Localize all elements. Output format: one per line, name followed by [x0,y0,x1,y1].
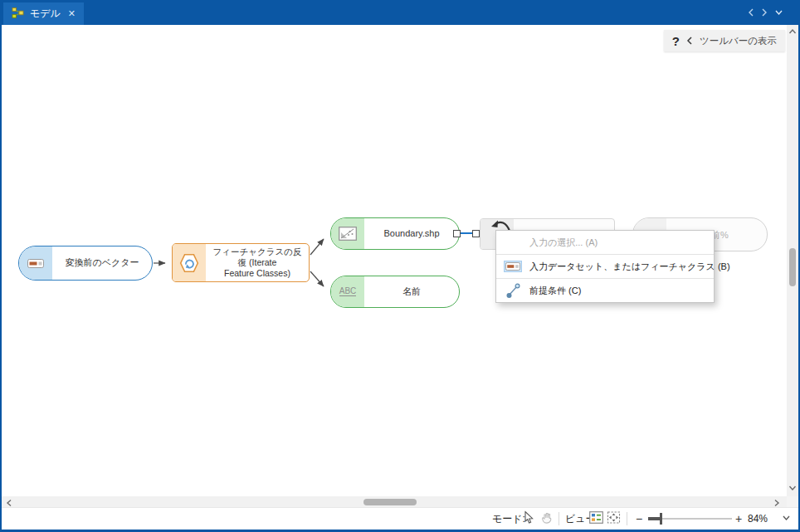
expand-toolbar-icon[interactable] [686,36,693,46]
dataset-icon [504,261,522,272]
status-bar: モード: ビュー: [2,507,798,530]
scroll-down-icon[interactable] [788,485,797,491]
fit-view-button[interactable] [607,511,621,527]
iterator-icon [173,244,206,281]
diagram-view-icon [589,511,603,524]
scroll-up-icon[interactable] [788,28,797,35]
zoom-slider-handle[interactable] [660,513,662,525]
chevron-left-icon[interactable] [748,7,754,17]
close-icon[interactable]: ✕ [68,8,76,19]
mode-label: モード: [492,512,525,526]
menu-item-precondition[interactable]: 前提条件 (C) [496,279,714,302]
chevron-down-icon[interactable] [774,7,783,17]
horizontal-scrollbar[interactable] [2,496,787,508]
node-label: Boundary.shp [364,218,459,249]
divider [627,512,627,525]
scrollbar-corner [787,496,798,508]
divider [559,512,559,525]
node-label: 名前 [364,276,459,307]
menu-item-input-dataset[interactable]: 入力データセット、またはフィーチャクラス (B) [496,255,714,278]
node-label: 変換前のベクター [52,246,152,280]
modelbuilder-icon [12,7,24,22]
node-boundary-output[interactable]: Boundary.shp [330,217,460,250]
scroll-left-icon[interactable] [6,499,12,507]
connection-handle[interactable] [472,230,480,237]
zoom-out-button[interactable]: − [636,512,642,525]
view-tab-strip: モデル ✕ [0,0,800,25]
modelbuilder-window: モデル ✕ ? ツールバーの表示 [0,0,800,532]
tab-label: モデル [30,7,61,21]
tab-strip-nav [748,7,783,17]
context-menu: 入力の選択... (A) 入力データセット、またはフィーチャクラス (B) [495,230,715,303]
node-input-variable[interactable]: 変換前のベクター [18,246,153,281]
abc-icon: ABC [331,276,364,307]
zoom-level[interactable]: 84% [748,513,768,525]
pan-mode-button[interactable] [540,511,554,527]
h-scroll-thumb[interactable] [363,499,417,505]
node-name-variable[interactable]: ABC 名前 [330,276,460,308]
help-button[interactable]: ? [672,34,680,48]
node-label: フィーチャクラスの反復 (Iterate Feature Classes) [206,244,309,281]
node-iterator[interactable]: フィーチャクラスの反復 (Iterate Feature Classes) [172,243,310,282]
toolbar-popup: ? ツールバーの表示 [664,30,785,51]
variable-icon [19,246,52,280]
window-border [0,0,2,532]
select-mode-button[interactable] [524,511,534,527]
precondition-icon [504,282,522,299]
hand-icon [540,511,554,525]
status-chevron-icon[interactable] [782,513,791,525]
fit-view-icon [607,511,621,525]
tab-model[interactable]: モデル ✕ [3,2,84,25]
diagram-view-button[interactable] [589,511,603,526]
menu-item-select-input[interactable]: 入力の選択... (A) [496,231,714,254]
toolbar-popup-label: ツールバーの表示 [700,35,777,47]
scroll-right-icon[interactable] [773,499,780,507]
connection-handle[interactable] [453,230,461,237]
cursor-icon [524,511,534,525]
v-scroll-thumb[interactable] [789,248,796,286]
zoom-in-button[interactable]: + [735,512,742,525]
chevron-right-icon[interactable] [761,7,768,17]
feature-class-icon [331,218,364,249]
vertical-scrollbar[interactable] [787,25,798,496]
